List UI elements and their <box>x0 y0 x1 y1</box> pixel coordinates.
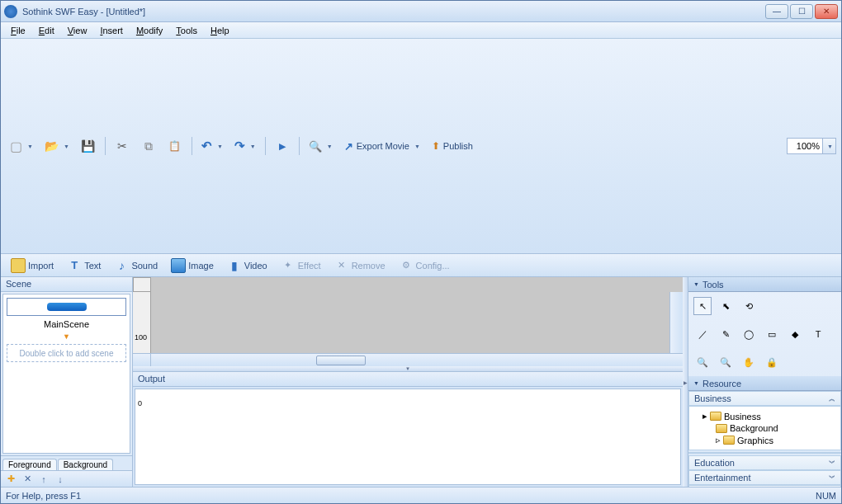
menu-file[interactable]: File <box>4 24 32 37</box>
config-icon: ⚙ <box>399 258 414 273</box>
add-scene-placeholder[interactable]: Double click to add scene <box>7 344 126 362</box>
remove-icon: ✕ <box>334 258 349 273</box>
tree-item-graphics[interactable]: ▹ Graphics <box>693 434 837 446</box>
select-tool[interactable]: ↖ <box>693 297 712 315</box>
image-button[interactable]: Image <box>166 257 219 275</box>
folder-icon <box>710 412 721 421</box>
publish-button[interactable]: Publish <box>428 135 477 157</box>
text-button[interactable]: Text <box>62 257 106 275</box>
line-tool[interactable]: ／ <box>693 325 712 343</box>
vertical-scrollbar[interactable] <box>669 292 683 353</box>
video-button[interactable]: Video <box>222 257 272 275</box>
subselect-tool[interactable]: ⬉ <box>717 297 735 315</box>
menu-bar: File Edit View Insert Modify Tools Help <box>1 22 841 39</box>
tools-grid: ↖ ⬉ ⟲ ／ ✎ ◯ ▭ ◆ T 🔍 🔍 ✋ 🔒 <box>688 292 841 376</box>
remove-button: ✕Remove <box>329 257 390 275</box>
save-icon <box>81 139 95 153</box>
menu-view[interactable]: View <box>61 24 94 37</box>
minimize-button[interactable]: — <box>765 4 788 19</box>
ruler-corner <box>133 277 151 292</box>
copy-button[interactable] <box>137 135 160 157</box>
text-tool[interactable]: T <box>809 325 827 343</box>
cut-icon <box>117 139 127 153</box>
zoom-fit-icon <box>309 140 322 153</box>
save-button[interactable] <box>77 135 100 157</box>
category-business[interactable]: Business︽ <box>688 391 841 406</box>
canvas[interactable]: ▶ Button 1 ◀ <box>151 292 669 353</box>
status-num: NUM <box>816 491 836 501</box>
app-icon <box>4 5 17 18</box>
scene-delete-button[interactable]: ✕ <box>21 473 34 486</box>
output-title: Output <box>133 372 683 387</box>
close-button[interactable]: ✕ <box>815 4 838 19</box>
resource-panel-title[interactable]: Resource <box>688 376 841 391</box>
menu-edit[interactable]: Edit <box>32 24 61 37</box>
text-icon <box>67 258 82 273</box>
tree-root[interactable]: ▸ Business <box>693 410 837 422</box>
scene-panel: Scene MainScene ▼ Double click to add sc… <box>1 277 133 487</box>
status-bar: For Help, press F1 NUM <box>1 487 841 503</box>
play-icon <box>279 141 286 152</box>
cut-button[interactable] <box>111 135 134 157</box>
insert-toolbar: Import Text Sound Image Video ✦Effect ✕R… <box>1 254 841 277</box>
zoom-fit-button[interactable]: ▼ <box>305 135 337 157</box>
scene-down-button[interactable]: ↓ <box>54 473 67 486</box>
category-education[interactable]: Education︾ <box>688 455 841 470</box>
menu-tools[interactable]: Tools <box>169 24 204 37</box>
lock-tool[interactable]: 🔒 <box>763 353 781 371</box>
effect-icon: ✦ <box>281 258 296 273</box>
import-button[interactable]: Import <box>6 257 59 275</box>
tab-background[interactable]: Background <box>58 459 113 470</box>
output-body[interactable] <box>135 389 681 485</box>
resource-tree[interactable]: ▸ Business Background ▹ Graphics <box>688 406 841 450</box>
undo-button[interactable]: ▼ <box>197 135 227 157</box>
redo-button[interactable]: ▼ <box>230 135 260 157</box>
undo-icon <box>201 139 212 153</box>
category-entertainment[interactable]: Entertainment︾ <box>688 470 841 485</box>
new-button[interactable]: ▼ <box>6 135 37 157</box>
ruler-vertical: 100 0 <box>133 292 151 353</box>
tree-item-background[interactable]: Background <box>693 422 837 434</box>
paste-button[interactable] <box>163 135 187 157</box>
resource-preview <box>688 452 841 454</box>
pencil-tool[interactable]: ✎ <box>717 325 735 343</box>
image-icon <box>171 258 186 273</box>
menu-help[interactable]: Help <box>204 24 236 37</box>
zoom-input[interactable] <box>787 138 823 154</box>
tab-foreground[interactable]: Foreground <box>2 459 57 470</box>
sound-icon <box>114 258 129 273</box>
folder-icon <box>716 424 727 433</box>
export-movie-button[interactable]: Export Movie▼ <box>340 135 424 157</box>
open-button[interactable]: ▼ <box>40 135 73 157</box>
zoom-out-tool[interactable]: 🔍 <box>717 353 735 371</box>
import-icon <box>11 258 26 273</box>
scene-panel-title: Scene <box>1 277 132 292</box>
oval-tool[interactable]: ◯ <box>740 325 758 343</box>
paste-icon <box>168 140 181 152</box>
play-button[interactable] <box>271 135 294 157</box>
publish-icon <box>432 140 440 152</box>
main-toolbar: ▼ ▼ ▼ ▼ ▼ Export Movie▼ Publish ▼ <box>1 39 841 254</box>
horizontal-scrollbar[interactable] <box>151 354 669 366</box>
rect-tool[interactable]: ▭ <box>763 325 781 343</box>
hand-tool[interactable]: ✋ <box>740 353 758 371</box>
maximize-button[interactable]: ☐ <box>790 4 813 19</box>
video-icon <box>227 258 242 273</box>
tools-panel-title[interactable]: Tools <box>688 277 841 292</box>
sound-button[interactable]: Sound <box>109 257 163 275</box>
output-panel: Output <box>133 371 683 487</box>
new-icon <box>10 139 22 154</box>
menu-modify[interactable]: Modify <box>130 24 169 37</box>
config-button: ⚙Config... <box>394 257 455 275</box>
menu-insert[interactable]: Insert <box>93 24 130 37</box>
scene-add-button[interactable]: ✚ <box>4 473 17 486</box>
scene-name[interactable]: MainScene <box>7 319 126 329</box>
scene-arrow-icon: ▼ <box>7 332 126 341</box>
scene-up-button[interactable]: ↑ <box>37 473 50 486</box>
paint-tool[interactable]: ◆ <box>786 325 804 343</box>
transform-tool[interactable]: ⟲ <box>740 297 758 315</box>
zoom-in-tool[interactable]: 🔍 <box>693 353 712 371</box>
scene-thumbnail[interactable] <box>7 298 126 316</box>
zoom-dropdown[interactable]: ▼ <box>823 138 836 154</box>
status-help-text: For Help, press F1 <box>6 491 81 501</box>
